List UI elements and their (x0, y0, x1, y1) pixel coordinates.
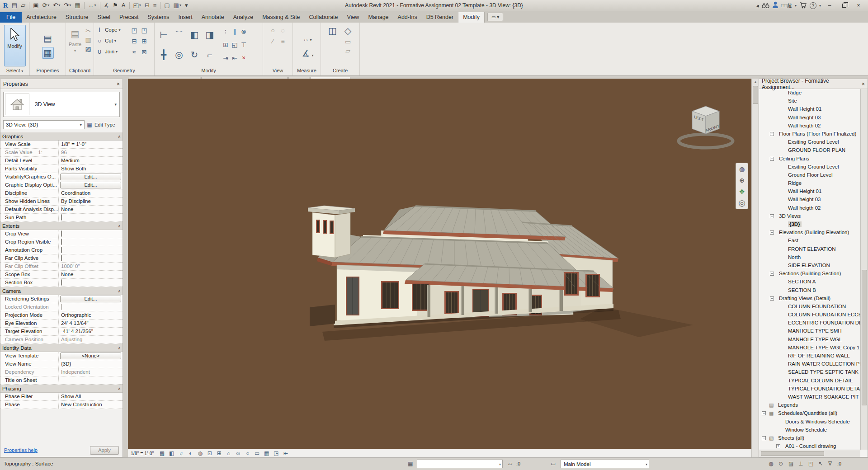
collapse-expander-icon[interactable]: − (770, 214, 774, 218)
expand-icon[interactable]: + (776, 444, 780, 448)
properties-close-icon[interactable]: × (117, 81, 120, 87)
align-icon[interactable]: ⊢ (158, 29, 170, 41)
tab-view[interactable]: View (343, 12, 364, 23)
property-value[interactable] (58, 254, 123, 262)
select-pinned-icon[interactable]: ⊥ (798, 461, 803, 467)
tree-item[interactable]: SIDE ELEVATION (759, 262, 860, 270)
split-icon[interactable]: ∶ (222, 28, 230, 36)
property-value[interactable]: Independent (58, 368, 123, 376)
worksharing-display-icon[interactable]: ▦ (263, 450, 270, 456)
create-panel-label[interactable]: Create (321, 68, 359, 75)
properties-toggle-icon[interactable]: ▤ (10, 1, 19, 10)
section-header-camera[interactable]: Camera∧ (0, 287, 123, 295)
tab-modify[interactable]: Modify (458, 12, 485, 23)
checkbox[interactable] (61, 230, 62, 237)
sync-with-central-icon[interactable]: ⟳▾ (41, 1, 51, 10)
signed-in-user[interactable]: □□超 (781, 2, 792, 9)
beam-joins-icon[interactable]: ⊟ (130, 37, 138, 45)
select-by-face-icon[interactable]: ◰ (808, 461, 813, 467)
tree-item[interactable]: −Elevations (Building Elevation) (759, 229, 860, 237)
property-value[interactable]: Medium (58, 157, 123, 164)
tree-item[interactable]: {3D} (759, 221, 860, 229)
collapse-icon[interactable]: ∧ (118, 346, 121, 350)
tree-item[interactable]: East (759, 237, 860, 245)
tree-item[interactable]: SEALED TYPE SEPTIC TANK (759, 368, 860, 376)
tree-item[interactable]: −Ceiling Plans (759, 155, 860, 163)
property-value[interactable]: By Discipline (58, 197, 123, 205)
checkbox[interactable] (61, 214, 62, 221)
tab-collaborate[interactable]: Collaborate (305, 12, 343, 23)
displaced-elements-icon[interactable]: ◳ (272, 450, 280, 456)
measure-tool[interactable]: ↔▾ (302, 35, 311, 43)
tree-item[interactable]: Wall height 03 (759, 196, 860, 204)
design-options-dropdown[interactable]: Main Model ▾ (561, 460, 649, 468)
print-icon[interactable]: ▦ (73, 1, 81, 10)
move-icon[interactable]: ╋ (158, 49, 170, 61)
locked-3d-view-icon[interactable]: ⌂ (225, 450, 232, 456)
tree-item[interactable]: MANHOLE TYPE WGL Copy 1 (759, 344, 860, 352)
property-value[interactable] (58, 238, 123, 246)
reveal-constraints-icon[interactable]: ⇤ (282, 450, 289, 456)
tree-item[interactable]: −Drafting Views (Detail) (759, 295, 860, 303)
split-gap-icon[interactable]: ∥ (231, 28, 239, 36)
create-parts-icon[interactable]: ◫ (327, 25, 339, 37)
edit-button[interactable]: Edit... (60, 182, 121, 188)
section-header-extents[interactable]: Extents∧ (0, 222, 123, 230)
tab-systems[interactable]: Systems (143, 12, 174, 23)
property-value[interactable]: Edit... (58, 173, 123, 181)
tab-add-ins[interactable]: Add-Ins (393, 12, 422, 23)
editable-only-icon[interactable]: ▭ (551, 461, 556, 467)
customize-qat-icon[interactable]: ▾ (184, 1, 189, 10)
scroll-up-icon[interactable]: ▲ (752, 79, 759, 85)
tab-analyze[interactable]: Analyze (229, 12, 258, 23)
tree-item[interactable]: −▦Schedules/Quantities (all) (759, 409, 860, 418)
scrollbar-thumb[interactable] (753, 86, 758, 104)
canvas-scrollbar[interactable]: ▲ (751, 79, 759, 457)
full-navigation-wheel-icon[interactable]: ◍ (737, 164, 746, 174)
property-value[interactable]: <None> (58, 352, 123, 360)
select-underlay-icon[interactable]: ▨ (788, 461, 793, 467)
lightbulb-icon[interactable]: ○ (269, 26, 277, 34)
property-value[interactable]: -41' 4 21/256" (58, 328, 123, 335)
array-icon[interactable]: ⊞ (222, 41, 230, 49)
edit-button[interactable]: Edit... (60, 174, 121, 180)
property-value[interactable]: {3D} (58, 360, 123, 368)
minimize-button[interactable]: – (824, 1, 835, 9)
tree-item[interactable]: Wall Height 01 (759, 105, 860, 113)
create-assembly-icon[interactable]: ▱ (344, 47, 352, 55)
collapse-icon[interactable]: ∧ (118, 224, 121, 228)
instance-selector[interactable]: 3D View: {3D} ▾ (3, 120, 85, 129)
view-scale-control[interactable]: 1/8" = 1'-0" (131, 451, 154, 456)
pin-icon[interactable]: ⊤ (240, 41, 248, 49)
tab-file[interactable]: File (0, 12, 22, 23)
crop-region-icon[interactable]: ⊞ (215, 450, 223, 456)
tree-item[interactable]: ECCENTRIC FOUNDATION DET (759, 319, 860, 327)
restore-button[interactable] (838, 1, 850, 9)
tree-item[interactable]: FRONT ELEVATION (759, 245, 860, 254)
property-value[interactable]: 96 (58, 149, 123, 156)
zoom-icon[interactable]: ⊕ (737, 176, 746, 185)
linework-icon[interactable]: ∕ (269, 37, 277, 45)
section-header-identity-data[interactable]: Identity Data∧ (0, 344, 123, 352)
text-icon[interactable]: A (120, 1, 127, 10)
type-selector-dropdown-icon[interactable]: ▾ (114, 102, 117, 107)
tree-item[interactable]: Wall heigth 02 (759, 204, 860, 212)
section-icon[interactable]: ⊟ (143, 1, 151, 10)
cut-to-clipboard-icon[interactable]: ✂ (84, 27, 92, 35)
editing-requests-icon[interactable]: ▱ (508, 461, 512, 467)
create-similar-icon[interactable]: ◇ (342, 25, 354, 37)
help-icon[interactable]: ? (810, 2, 816, 9)
tree-item[interactable]: Ridge (759, 179, 860, 188)
tree-item[interactable]: +A01 - Council drawing (759, 442, 860, 450)
search-collapse-icon[interactable]: ◂ (756, 2, 759, 9)
tree-item[interactable]: MANHOLE TYPE SMH (759, 327, 860, 335)
tree-item[interactable]: SECTION B (759, 287, 860, 295)
checkbox[interactable] (61, 247, 62, 253)
property-value[interactable]: 24' 4 13/64" (58, 320, 123, 327)
shadows-icon[interactable]: ◐ (187, 450, 194, 456)
rendering-dialog-icon[interactable]: ◍ (196, 450, 204, 456)
cut-tool[interactable]: ○Cut▾ (95, 36, 116, 46)
worksets-dropdown[interactable]: ▾ (417, 460, 503, 468)
edit-type-button[interactable]: ▦ Edit Type (86, 122, 115, 128)
tree-item[interactable]: −▧Sheets (all) (759, 434, 860, 442)
